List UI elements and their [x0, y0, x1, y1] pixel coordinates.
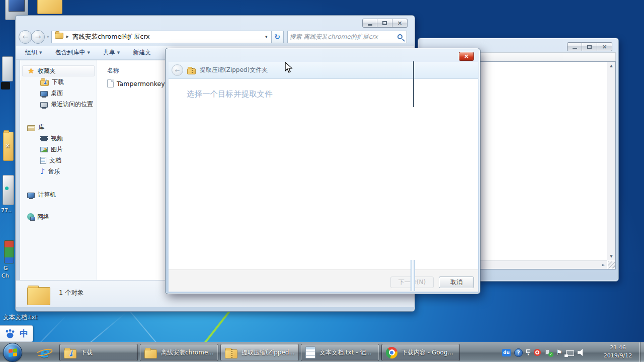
desktop-icon-partial-device[interactable]	[3, 175, 14, 205]
sidebar-item-desktop[interactable]: 桌面	[20, 87, 97, 99]
render-artifact-line	[413, 61, 414, 107]
notepad-caption-buttons: ×	[567, 42, 612, 51]
file-row[interactable]: Tampermonkey4	[107, 79, 169, 87]
sidebar-item-label: 图片	[51, 145, 63, 154]
address-dropdown-icon[interactable]: ▾	[265, 34, 268, 39]
taskbar-button-downloads[interactable]: ↓ 下载	[59, 344, 138, 361]
taskbar-button-chrome[interactable]: 下载内容 - Goog...	[381, 344, 460, 361]
chevron-down-icon: ▼	[39, 51, 42, 55]
extract-zip-dialog[interactable]: × ← 提取压缩(Zipped)文件夹 选择一个目标并提取文件 下一步(N) 取…	[165, 48, 480, 294]
desktop-icon-label-chip	[1, 82, 10, 89]
desktop-icon-label: ×	[5, 142, 10, 149]
du-tray-icon[interactable]: du	[502, 349, 511, 356]
desktop-icon-partial[interactable]	[2, 56, 13, 81]
back-button[interactable]: ←	[19, 30, 32, 44]
minimize-button[interactable]	[362, 19, 377, 28]
sidebar-item-music[interactable]: ♪ 音乐	[20, 166, 97, 177]
resize-grip[interactable]	[608, 261, 615, 268]
record-tray-icon[interactable]	[534, 349, 541, 356]
share-menu[interactable]: 共享▼	[103, 48, 120, 57]
internet-explorer-taskbar-icon[interactable]: e	[36, 344, 53, 360]
start-button[interactable]	[3, 343, 22, 362]
minimize-button[interactable]	[567, 42, 582, 51]
sidebar-item-network[interactable]: 网络	[20, 211, 97, 222]
search-input[interactable]	[288, 33, 397, 40]
vertical-scrollbar[interactable]: ▲ ▼	[607, 62, 615, 260]
show-hidden-icons-button[interactable]: ▾	[526, 349, 530, 356]
close-button[interactable]: ×	[392, 19, 408, 28]
computer-icon	[27, 193, 35, 198]
close-button[interactable]: ×	[597, 42, 612, 51]
maximize-button[interactable]	[377, 19, 392, 28]
ime-chinese-indicator[interactable]: 中	[20, 328, 28, 339]
help-tray-icon[interactable]: ?	[514, 348, 523, 357]
baidu-paw-icon	[5, 329, 16, 339]
sidebar-item-label: 收藏夹	[37, 67, 55, 75]
close-button[interactable]: ×	[459, 52, 474, 61]
sidebar-item-label: 音乐	[48, 167, 60, 176]
scroll-down-icon[interactable]: ▼	[608, 252, 614, 260]
maximize-icon	[382, 21, 387, 25]
refresh-button[interactable]: ↻	[272, 31, 284, 43]
organize-menu[interactable]: 组织▼	[25, 48, 42, 57]
back-button[interactable]: ←	[172, 64, 183, 76]
new-folder-button[interactable]: 新建文	[133, 48, 151, 57]
sidebar-item-recent-places[interactable]: 最近访问的位置	[20, 99, 97, 110]
include-in-library-menu[interactable]: 包含到库中▼	[55, 48, 90, 57]
sidebar-item-videos[interactable]: 视频	[20, 133, 97, 144]
desktop-icon-partial-chrome[interactable]	[4, 240, 14, 263]
sidebar-item-downloads[interactable]: ↓ 下载	[20, 76, 97, 87]
desktop-icon-folder[interactable]	[37, 0, 62, 14]
chevron-down-icon: ▼	[117, 51, 120, 55]
taskbar-button-notepad[interactable]: 文本文档.txt - 记...	[301, 344, 379, 361]
sidebar-item-label: 桌面	[51, 89, 63, 98]
taskbar-clock[interactable]: 21:46 2019/9/12	[598, 344, 638, 360]
taskbar-button-folder[interactable]: 离线安装chrome...	[140, 344, 218, 361]
include-label: 包含到库中	[55, 48, 85, 57]
desktop-label-txt-file[interactable]: 文本文档.txt	[3, 313, 37, 322]
address-bar[interactable]: ▶ 离线安装chrome的扩展crx ▾	[51, 31, 272, 43]
recent-pages-dropdown[interactable]: ▾	[47, 34, 49, 39]
action-center-flag-icon[interactable]: ⚑	[556, 348, 562, 356]
scroll-right-icon[interactable]: ►	[600, 261, 607, 269]
download-arrow-icon: ↓	[42, 78, 48, 86]
chrome-icon	[386, 347, 397, 358]
sidebar-item-label: 网络	[37, 213, 49, 221]
sidebar-item-label: 视频	[51, 134, 63, 143]
videos-icon	[40, 136, 48, 141]
clock-date: 2019/9/12	[598, 352, 638, 360]
forward-button[interactable]: →	[31, 30, 45, 44]
search-box[interactable]	[287, 31, 407, 43]
network-tray-icon[interactable]	[566, 350, 574, 356]
downloads-folder-icon: ↓	[40, 80, 49, 86]
sidebar-item-computer[interactable]: 计算机	[20, 189, 97, 200]
sidebar-item-documents[interactable]: 文档	[20, 155, 97, 166]
sidebar-item-label: 最近访问的位置	[51, 100, 93, 109]
clock-time: 21:46	[598, 344, 638, 352]
sidebar-item-libraries[interactable]: 库	[20, 122, 97, 133]
maximize-button[interactable]	[582, 42, 597, 51]
taskbar-button-label: 下载内容 - Goog...	[401, 348, 453, 357]
navigation-pane: ★ 收藏夹 ↓ 下载 桌面 最近访问的位置 库 视频	[20, 60, 97, 281]
show-desktop-button[interactable]	[639, 342, 644, 362]
minimize-icon	[368, 24, 372, 26]
libraries-icon	[27, 125, 35, 131]
safely-remove-hardware-icon[interactable]: ✓	[544, 348, 552, 356]
check-icon: ✓	[548, 352, 553, 357]
scroll-up-icon[interactable]: ▲	[608, 62, 614, 70]
star-icon: ★	[28, 67, 34, 75]
back-arrow-icon: ←	[23, 33, 29, 41]
organize-label: 组织	[25, 48, 37, 57]
breadcrumb-address[interactable]: 离线安装chrome的扩展crx	[72, 33, 265, 41]
folder-icon	[144, 349, 157, 358]
sidebar-item-pictures[interactable]: 图片	[20, 144, 97, 155]
volume-tray-icon[interactable]	[578, 349, 586, 356]
music-icon: ♪	[40, 168, 45, 175]
taskbar-button-extract-wizard[interactable]: 提取压缩(Zipped...	[220, 344, 299, 361]
ime-language-bar[interactable]: 中	[0, 325, 33, 342]
dialog-header: ← 提取压缩(Zipped)文件夹	[169, 62, 478, 79]
sidebar-item-favorites[interactable]: ★ 收藏夹	[22, 65, 95, 76]
sidebar-item-label: 库	[38, 123, 44, 132]
cancel-button[interactable]: 取消	[439, 277, 474, 288]
column-header-name[interactable]: 名称	[107, 66, 119, 75]
